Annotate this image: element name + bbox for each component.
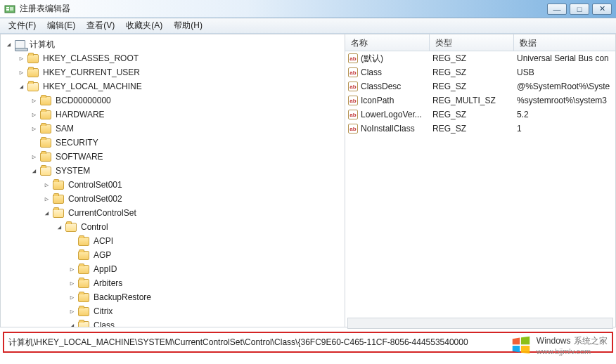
value-row[interactable]: abLowerLogoVer...REG_SZ5.2 bbox=[345, 108, 615, 122]
tree-cs1[interactable]: ▷ ControlSet001 bbox=[2, 178, 345, 192]
folder-icon bbox=[27, 54, 39, 63]
tree-hklm[interactable]: ◢ HKEY_LOCAL_MACHINE bbox=[2, 79, 345, 93]
expand-icon[interactable]: ▷ bbox=[68, 294, 76, 301]
col-type[interactable]: 类型 bbox=[430, 34, 514, 51]
expand-icon[interactable]: ▷ bbox=[68, 280, 76, 287]
expand-icon[interactable]: ▷ bbox=[30, 97, 38, 105]
expand-icon[interactable]: ▷ bbox=[18, 69, 25, 77]
registry-tree[interactable]: ◢ 计算机 ▷ HKEY_CLASSES_ROOT ▷ HKEY_CURRENT… bbox=[1, 34, 345, 327]
value-data: USB bbox=[514, 67, 615, 78]
window-buttons: — □ ✕ bbox=[547, 4, 612, 15]
tree-security[interactable]: ▷ SECURITY bbox=[2, 136, 345, 150]
minimize-button[interactable]: — bbox=[547, 4, 567, 15]
value-name: Class bbox=[361, 67, 382, 77]
collapse-icon[interactable]: ◢ bbox=[56, 223, 63, 231]
tree-citrix[interactable]: ▷ Citrix bbox=[2, 304, 345, 318]
tree-system[interactable]: ◢ SYSTEM bbox=[2, 164, 345, 178]
expand-icon[interactable]: ▷ bbox=[43, 195, 51, 203]
col-name[interactable]: 名称 bbox=[345, 34, 430, 51]
tree-label: BCD00000000 bbox=[54, 96, 113, 105]
value-rows: ab(默认)REG_SZUniversal Serial Bus conabCl… bbox=[345, 51, 615, 327]
value-data: 1 bbox=[514, 123, 615, 134]
tree-label: Arbiters bbox=[92, 278, 124, 288]
menu-favorites[interactable]: 收藏夹(A) bbox=[120, 18, 168, 33]
folder-icon bbox=[78, 293, 89, 302]
tree-root[interactable]: ◢ 计算机 bbox=[2, 37, 345, 51]
tree-class[interactable]: ◢ Class bbox=[2, 318, 345, 327]
tree-bcd[interactable]: ▷ BCD00000000 bbox=[2, 93, 345, 108]
folder-open-icon bbox=[78, 321, 89, 327]
folder-icon bbox=[40, 124, 51, 134]
value-type: REG_SZ bbox=[430, 81, 514, 92]
value-row[interactable]: abNoInstallClassREG_SZ1 bbox=[345, 122, 615, 136]
menu-edit[interactable]: 编辑(E) bbox=[41, 18, 81, 33]
watermark-url: www.bjjmlv.com bbox=[537, 347, 608, 356]
tree-appid[interactable]: ▷ AppID bbox=[2, 262, 345, 276]
watermark: Windows 系统之家 www.bjjmlv.com bbox=[511, 334, 608, 356]
collapse-icon[interactable]: ◢ bbox=[68, 322, 76, 327]
tree-arbiters[interactable]: ▷ Arbiters bbox=[2, 276, 345, 290]
value-row[interactable]: abIconPathREG_MULTI_SZ%systemroot%\syste… bbox=[345, 93, 615, 108]
value-data: Universal Serial Bus con bbox=[514, 53, 615, 64]
tree-label: Class bbox=[92, 320, 116, 327]
expand-icon[interactable]: ▷ bbox=[68, 308, 76, 316]
value-row[interactable]: ab(默认)REG_SZUniversal Serial Bus con bbox=[345, 51, 615, 65]
value-type: REG_SZ bbox=[430, 123, 514, 134]
menu-help[interactable]: 帮助(H) bbox=[168, 18, 208, 33]
string-value-icon: ab bbox=[348, 110, 358, 119]
tree-hkcu[interactable]: ▷ HKEY_CURRENT_USER bbox=[2, 65, 345, 79]
expand-icon[interactable]: ▷ bbox=[68, 266, 76, 273]
menu-view[interactable]: 查看(V) bbox=[81, 18, 120, 33]
expand-icon[interactable]: ▷ bbox=[30, 125, 38, 133]
value-type: REG_MULTI_SZ bbox=[430, 95, 514, 106]
menu-file[interactable]: 文件(F) bbox=[3, 18, 41, 33]
value-name: LowerLogoVer... bbox=[361, 110, 422, 119]
tree-control[interactable]: ◢ Control bbox=[2, 220, 345, 234]
folder-icon bbox=[40, 110, 51, 119]
tree-label: HKEY_LOCAL_MACHINE bbox=[41, 82, 143, 91]
collapse-icon[interactable]: ◢ bbox=[30, 167, 38, 175]
collapse-icon[interactable]: ◢ bbox=[18, 83, 25, 91]
expand-icon[interactable]: ▷ bbox=[43, 181, 51, 189]
col-data[interactable]: 数据 bbox=[514, 34, 615, 51]
value-type: REG_SZ bbox=[430, 109, 514, 120]
tree-hardware[interactable]: ▷ HARDWARE bbox=[2, 108, 345, 122]
tree-software[interactable]: ▷ SOFTWARE bbox=[2, 150, 345, 164]
status-path: 计算机\HKEY_LOCAL_MACHINE\SYSTEM\CurrentCon… bbox=[8, 337, 468, 349]
value-name: IconPath bbox=[361, 96, 394, 105]
folder-open-icon bbox=[40, 167, 51, 176]
tree-backup[interactable]: ▷ BackupRestore bbox=[2, 290, 345, 304]
string-value-icon: ab bbox=[348, 96, 358, 105]
folder-icon bbox=[78, 307, 89, 316]
content-area: ◢ 计算机 ▷ HKEY_CLASSES_ROOT ▷ HKEY_CURRENT… bbox=[0, 34, 616, 327]
folder-open-icon bbox=[53, 209, 64, 218]
tree-label: Control bbox=[79, 222, 110, 232]
value-row[interactable]: abClassREG_SZUSB bbox=[345, 65, 615, 79]
horizontal-scrollbar[interactable] bbox=[347, 318, 613, 329]
folder-icon bbox=[53, 195, 64, 204]
expand-icon[interactable]: ▷ bbox=[18, 55, 25, 63]
tree-acpi[interactable]: ▷ ACPI bbox=[2, 234, 345, 248]
value-data: 5.2 bbox=[514, 109, 615, 120]
tree-hkcr[interactable]: ▷ HKEY_CLASSES_ROOT bbox=[2, 51, 345, 65]
tree-sam[interactable]: ▷ SAM bbox=[2, 122, 345, 136]
expand-icon[interactable]: ▷ bbox=[30, 153, 38, 161]
tree-label: AppID bbox=[92, 264, 118, 274]
value-row[interactable]: abClassDescREG_SZ@%SystemRoot%\Syste bbox=[345, 79, 615, 93]
windows-logo-icon bbox=[511, 335, 531, 355]
tree-ccs[interactable]: ◢ CurrentControlSet bbox=[2, 206, 345, 220]
value-type: REG_SZ bbox=[430, 53, 514, 64]
value-list: 名称 类型 数据 ab(默认)REG_SZUniversal Serial Bu… bbox=[345, 34, 615, 327]
tree-agp[interactable]: ▷ AGP bbox=[2, 248, 345, 262]
tree-label: BackupRestore bbox=[92, 292, 153, 302]
expand-icon[interactable]: ▷ bbox=[30, 111, 38, 119]
collapse-icon[interactable]: ◢ bbox=[5, 41, 13, 48]
tree-label: Citrix bbox=[92, 306, 114, 316]
close-button[interactable]: ✕ bbox=[592, 4, 612, 15]
tree-cs2[interactable]: ▷ ControlSet002 bbox=[2, 192, 345, 206]
tree-label: CurrentControlSet bbox=[67, 208, 138, 218]
folder-icon bbox=[78, 237, 89, 246]
collapse-icon[interactable]: ◢ bbox=[43, 209, 51, 217]
maximize-button[interactable]: □ bbox=[570, 4, 589, 15]
folder-icon bbox=[40, 96, 51, 105]
